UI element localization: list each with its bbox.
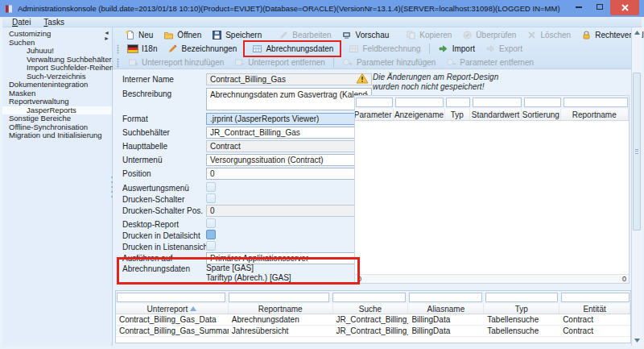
filter-input[interactable] — [564, 98, 628, 107]
auswertungsmenue-checkbox[interactable] — [206, 182, 216, 192]
haupttabelle-field[interactable]: Contract — [206, 140, 372, 152]
i18n-button[interactable]: I18n — [122, 42, 162, 56]
button-label: Öffnen — [177, 31, 201, 39]
maximize-button[interactable] — [589, 0, 610, 14]
suchbehaelter-select[interactable]: JR_Contract_Billing_Gas — [206, 127, 372, 139]
filter-input[interactable] — [356, 98, 393, 107]
filter-input[interactable] — [395, 98, 444, 107]
parameter-table: Parameter Anzeigename Typ Standardwert S… — [354, 95, 630, 284]
filter-input[interactable] — [473, 98, 522, 107]
untermenue-select[interactable]: Versorgungssituation (Contract) — [206, 154, 372, 166]
parameter-table-header: Parameter Anzeigename Typ Standardwert S… — [355, 109, 629, 121]
format-select[interactable]: .jrprint (JasperReports Viewer) — [206, 113, 372, 125]
column-header-reportname[interactable]: Reportname — [561, 109, 630, 120]
filter-input[interactable] — [561, 293, 630, 302]
filter-input[interactable] — [485, 293, 559, 302]
sidebar-item-dokumentenintegration[interactable]: Dokumentenintegration — [2, 81, 112, 89]
sidebar-item-sonstige-bereiche[interactable]: Sonstige Bereiche — [2, 114, 112, 123]
scroll-down-icon[interactable] — [632, 335, 642, 346]
column-header-entitaet[interactable]: Entität — [559, 304, 630, 314]
drucken-schalter-pos-field[interactable]: 0 — [206, 205, 372, 217]
table-row[interactable]: Contract_Billing_Gas_Data Abrechnungsdat… — [116, 314, 630, 326]
sidebar-nav: Customizing Suchen Juhuuu! Verwaltung Su… — [2, 27, 113, 346]
kopieren-button[interactable]: Kopieren — [400, 28, 456, 42]
form-row-haupttabelle: Haupttabelle Contract — [122, 140, 372, 152]
loeschen-button[interactable]: Löschen — [521, 28, 576, 42]
sidebar-item-migration[interactable]: Migration und Initialisierung — [2, 131, 112, 140]
feldberechnung-button[interactable]: Feldberechnung — [343, 42, 425, 56]
titlebar[interactable]: Administrationskonsole (build.date=2013/… — [0, 0, 644, 17]
billing-data-table-icon — [251, 44, 262, 54]
drucken-detailsicht-checkbox[interactable] — [206, 230, 216, 239]
column-header-parameter[interactable]: Parameter — [355, 109, 394, 120]
export-button[interactable]: Export — [480, 42, 527, 56]
field-label: Format — [122, 113, 206, 123]
toolbar-drag-handle[interactable] — [117, 58, 120, 68]
cell-entitaet: Contract — [559, 314, 630, 325]
position-field[interactable]: 0 — [206, 168, 372, 180]
sidebar-item-reportverwaltung[interactable]: Reportverwaltung — [2, 98, 112, 106]
import-button[interactable]: Import — [433, 42, 480, 56]
abrechnungsdaten-button[interactable]: Abrechnungsdaten — [246, 42, 338, 56]
sort-ascending-icon — [190, 306, 196, 311]
minimize-button[interactable] — [568, 0, 589, 14]
vertical-scrollbar[interactable] — [631, 27, 642, 346]
sidebar-item-suchen[interactable]: Suchen — [2, 39, 112, 48]
drucken-schalter-checkbox[interactable] — [206, 193, 216, 203]
column-header-aliasname[interactable]: Aliasname — [408, 304, 484, 314]
column-header-unterreport[interactable]: Unterreport — [116, 304, 229, 314]
bezeichnungen-button[interactable]: Bezeichnungen — [162, 42, 242, 56]
column-header-suche[interactable]: Suche — [333, 304, 409, 314]
drucken-listenansicht-checkbox[interactable] — [206, 241, 216, 251]
filter-input[interactable] — [117, 293, 225, 302]
neu-button[interactable]: Neu — [119, 28, 158, 42]
parameter-hinzufuegen-button[interactable]: Parameter hinzufügen — [337, 56, 440, 69]
add-parameter-icon — [342, 57, 353, 68]
sidebar-item-customizing[interactable]: Customizing — [2, 30, 112, 39]
parameter-entfernen-button[interactable]: Parameter entfernen — [440, 56, 539, 69]
record-count: 0 — [357, 275, 361, 283]
field-value: Contract_Billing_Gas — [210, 75, 286, 84]
column-header-sortierung[interactable]: Sortierung — [522, 109, 560, 120]
form-row-format: Format .jrprint (JasperReports Viewer) — [122, 113, 372, 125]
unterreport-entfernen-button[interactable]: Unterreport entfernen — [229, 56, 330, 69]
column-header-typ[interactable]: Typ — [484, 304, 559, 314]
beschreibung-textarea[interactable]: Abrechnungsdaten zum Gasvertrag (Kalende… — [206, 88, 372, 110]
button-label: Unterreport entfernen — [248, 58, 325, 67]
toolbar-row-1: Neu Öffnen Speichern Bearbeiten Vorschau… — [113, 27, 631, 42]
button-label: Export — [499, 44, 522, 53]
column-header-standardwert[interactable]: Standardwert — [470, 109, 522, 120]
minimize-icon — [576, 6, 582, 8]
menu-tasks[interactable]: Tasks — [39, 18, 69, 27]
column-header-anzeigename[interactable]: Anzeigename — [394, 109, 444, 120]
filter-input[interactable] — [446, 98, 470, 107]
sidebar-item-juhuuu[interactable]: Juhuuu! — [2, 47, 112, 56]
bearbeiten-button[interactable]: Bearbeiten — [273, 28, 336, 42]
desktop-report-checkbox[interactable] — [206, 218, 216, 228]
collapse-sidebar-icon[interactable]: ◄► — [104, 30, 109, 41]
menu-datei[interactable]: Datei — [7, 18, 35, 27]
column-header-reportname[interactable]: Reportname — [229, 304, 333, 314]
toolbar-drag-handle[interactable] — [117, 44, 120, 54]
speichern-button[interactable]: Speichern — [206, 28, 266, 42]
scroll-up-icon[interactable] — [632, 27, 642, 38]
vorschau-button[interactable]: Vorschau — [336, 28, 394, 42]
form-row-drucken-schalter: Drucken-Schalter — [122, 193, 216, 204]
table-row[interactable]: Contract_Billing_Gas_Summary Jahresübers… — [116, 326, 630, 337]
unterreport-hinzufuegen-button[interactable]: Unterreport hinzufügen — [122, 56, 229, 69]
filter-input[interactable] — [524, 98, 561, 107]
filter-input[interactable] — [332, 293, 406, 302]
ueberpruefen-button[interactable]: Überprüfen — [456, 28, 521, 42]
column-header-typ[interactable]: Typ — [445, 109, 470, 120]
scrollbar-thumb[interactable] — [633, 73, 641, 231]
form-row-beschreibung: Beschreibung Abrechnungsdaten zum Gasver… — [122, 88, 372, 110]
oeffnen-button[interactable]: Öffnen — [158, 28, 206, 42]
filter-input[interactable] — [229, 293, 329, 302]
filter-input[interactable] — [409, 293, 482, 302]
close-button[interactable] — [610, 0, 639, 15]
remove-parameter-icon — [445, 57, 456, 68]
parameter-table-body[interactable] — [355, 121, 629, 274]
cell-typ: Tabellensuche — [484, 326, 559, 336]
sidebar-item-import-suchfelder[interactable]: Import Suchfelder-Reihenfolge — [2, 64, 112, 73]
interner-name-field[interactable]: Contract_Billing_Gas — [206, 73, 372, 85]
